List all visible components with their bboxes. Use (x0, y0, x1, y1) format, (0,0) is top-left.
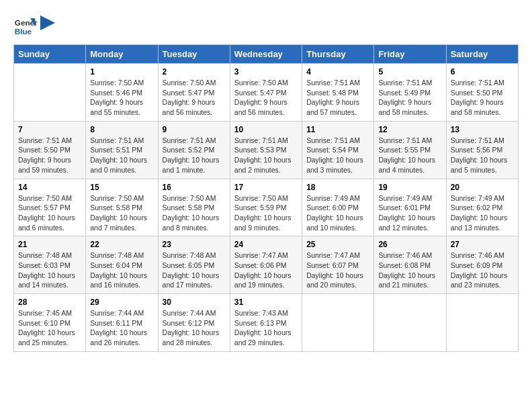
day-info: Sunrise: 7:50 AMSunset: 5:58 PMDaylight:… (90, 193, 153, 233)
header-saturday: Saturday (446, 45, 518, 64)
calendar-week-4: 21Sunrise: 7:48 AMSunset: 6:03 PMDayligh… (14, 236, 519, 294)
day-info: Sunrise: 7:51 AMSunset: 5:53 PMDaylight:… (234, 136, 298, 175)
day-number: 9 (163, 125, 226, 134)
calendar-cell: 21Sunrise: 7:48 AMSunset: 6:03 PMDayligh… (14, 236, 86, 294)
calendar-body: 1Sunrise: 7:50 AMSunset: 5:46 PMDaylight… (14, 64, 519, 352)
calendar-cell: 12Sunrise: 7:51 AMSunset: 5:55 PMDayligh… (374, 121, 446, 179)
day-info: Sunrise: 7:45 AMSunset: 6:10 PMDaylight:… (18, 308, 81, 348)
calendar-cell: 31Sunrise: 7:43 AMSunset: 6:13 PMDayligh… (230, 294, 302, 352)
day-info: Sunrise: 7:48 AMSunset: 6:04 PMDaylight:… (90, 250, 153, 290)
day-info: Sunrise: 7:50 AMSunset: 5:47 PMDaylight:… (234, 78, 298, 118)
day-number: 27 (451, 240, 514, 249)
calendar-cell: 3Sunrise: 7:50 AMSunset: 5:47 PMDaylight… (230, 64, 302, 122)
day-info: Sunrise: 7:49 AMSunset: 6:00 PMDaylight:… (306, 193, 369, 233)
day-number: 28 (18, 298, 81, 307)
calendar-cell: 1Sunrise: 7:50 AMSunset: 5:46 PMDaylight… (86, 64, 158, 122)
header-sunday: Sunday (14, 45, 86, 64)
header-friday: Friday (374, 45, 446, 64)
day-number: 25 (306, 240, 369, 249)
calendar-cell: 20Sunrise: 7:49 AMSunset: 6:02 PMDayligh… (446, 179, 518, 236)
day-number: 31 (234, 298, 298, 307)
day-info: Sunrise: 7:46 AMSunset: 6:08 PMDaylight:… (378, 250, 441, 290)
calendar-cell: 15Sunrise: 7:50 AMSunset: 5:58 PMDayligh… (86, 179, 158, 236)
day-number: 10 (234, 125, 298, 134)
calendar-cell: 22Sunrise: 7:48 AMSunset: 6:04 PMDayligh… (86, 236, 158, 294)
day-number: 17 (234, 183, 298, 192)
day-number: 11 (306, 125, 369, 134)
day-info: Sunrise: 7:51 AMSunset: 5:49 PMDaylight:… (378, 78, 441, 118)
calendar-cell (374, 294, 446, 352)
day-number: 30 (163, 298, 226, 307)
calendar-cell: 14Sunrise: 7:50 AMSunset: 5:57 PMDayligh… (14, 179, 86, 236)
calendar-cell: 18Sunrise: 7:49 AMSunset: 6:00 PMDayligh… (302, 179, 374, 236)
calendar-cell: 30Sunrise: 7:44 AMSunset: 6:12 PMDayligh… (158, 294, 230, 352)
day-info: Sunrise: 7:46 AMSunset: 6:09 PMDaylight:… (451, 250, 514, 290)
logo-icon: General Blue (13, 13, 38, 38)
day-number: 19 (378, 183, 441, 192)
day-number: 7 (18, 125, 81, 134)
logo-arrow-icon (40, 15, 55, 30)
day-info: Sunrise: 7:49 AMSunset: 6:02 PMDaylight:… (451, 193, 514, 233)
day-number: 8 (90, 125, 153, 134)
calendar-cell: 7Sunrise: 7:51 AMSunset: 5:50 PMDaylight… (14, 121, 86, 179)
calendar-cell: 16Sunrise: 7:50 AMSunset: 5:58 PMDayligh… (158, 179, 230, 236)
calendar-cell: 11Sunrise: 7:51 AMSunset: 5:54 PMDayligh… (302, 121, 374, 179)
calendar-cell: 2Sunrise: 7:50 AMSunset: 5:47 PMDaylight… (158, 64, 230, 122)
day-info: Sunrise: 7:51 AMSunset: 5:55 PMDaylight:… (378, 136, 441, 175)
calendar-cell: 10Sunrise: 7:51 AMSunset: 5:53 PMDayligh… (230, 121, 302, 179)
day-info: Sunrise: 7:50 AMSunset: 5:47 PMDaylight:… (163, 78, 226, 118)
day-info: Sunrise: 7:44 AMSunset: 6:11 PMDaylight:… (90, 308, 153, 348)
day-number: 4 (306, 67, 369, 77)
day-info: Sunrise: 7:51 AMSunset: 5:48 PMDaylight:… (306, 78, 369, 118)
day-info: Sunrise: 7:51 AMSunset: 5:51 PMDaylight:… (90, 136, 153, 175)
calendar-cell: 17Sunrise: 7:50 AMSunset: 5:59 PMDayligh… (230, 179, 302, 236)
calendar-week-3: 14Sunrise: 7:50 AMSunset: 5:57 PMDayligh… (14, 179, 519, 236)
calendar-week-5: 28Sunrise: 7:45 AMSunset: 6:10 PMDayligh… (14, 294, 519, 352)
calendar-cell: 6Sunrise: 7:51 AMSunset: 5:50 PMDaylight… (446, 64, 518, 122)
day-number: 29 (90, 298, 153, 307)
day-number: 2 (163, 67, 226, 77)
day-info: Sunrise: 7:48 AMSunset: 6:05 PMDaylight:… (163, 250, 226, 290)
calendar-cell: 23Sunrise: 7:48 AMSunset: 6:05 PMDayligh… (158, 236, 230, 294)
day-info: Sunrise: 7:44 AMSunset: 6:12 PMDaylight:… (163, 308, 226, 348)
day-info: Sunrise: 7:50 AMSunset: 5:59 PMDaylight:… (234, 193, 298, 233)
calendar-cell: 5Sunrise: 7:51 AMSunset: 5:49 PMDaylight… (374, 64, 446, 122)
day-number: 23 (163, 240, 226, 249)
day-number: 21 (18, 240, 81, 249)
day-number: 22 (90, 240, 153, 249)
day-number: 5 (378, 67, 441, 77)
day-info: Sunrise: 7:43 AMSunset: 6:13 PMDaylight:… (234, 308, 298, 348)
svg-marker-3 (40, 15, 55, 30)
calendar-cell: 8Sunrise: 7:51 AMSunset: 5:51 PMDaylight… (86, 121, 158, 179)
day-number: 15 (90, 183, 153, 192)
calendar-cell: 19Sunrise: 7:49 AMSunset: 6:01 PMDayligh… (374, 179, 446, 236)
calendar-cell: 9Sunrise: 7:51 AMSunset: 5:52 PMDaylight… (158, 121, 230, 179)
day-info: Sunrise: 7:51 AMSunset: 5:50 PMDaylight:… (451, 78, 514, 118)
calendar-week-1: 1Sunrise: 7:50 AMSunset: 5:46 PMDaylight… (14, 64, 519, 122)
day-number: 14 (18, 183, 81, 192)
calendar-week-2: 7Sunrise: 7:51 AMSunset: 5:50 PMDaylight… (14, 121, 519, 179)
calendar-cell: 27Sunrise: 7:46 AMSunset: 6:09 PMDayligh… (446, 236, 518, 294)
calendar-cell: 13Sunrise: 7:51 AMSunset: 5:56 PMDayligh… (446, 121, 518, 179)
day-info: Sunrise: 7:51 AMSunset: 5:52 PMDaylight:… (163, 136, 226, 175)
day-number: 16 (163, 183, 226, 192)
day-number: 12 (378, 125, 441, 134)
day-info: Sunrise: 7:50 AMSunset: 5:57 PMDaylight:… (18, 193, 81, 233)
header-tuesday: Tuesday (158, 45, 230, 64)
day-number: 13 (451, 125, 514, 134)
day-info: Sunrise: 7:50 AMSunset: 5:46 PMDaylight:… (90, 78, 153, 118)
calendar-cell: 29Sunrise: 7:44 AMSunset: 6:11 PMDayligh… (86, 294, 158, 352)
calendar-cell: 4Sunrise: 7:51 AMSunset: 5:48 PMDaylight… (302, 64, 374, 122)
day-info: Sunrise: 7:51 AMSunset: 5:54 PMDaylight:… (306, 136, 369, 175)
day-info: Sunrise: 7:48 AMSunset: 6:03 PMDaylight:… (18, 250, 81, 290)
svg-text:Blue: Blue (15, 27, 32, 36)
day-info: Sunrise: 7:51 AMSunset: 5:50 PMDaylight:… (18, 136, 81, 175)
day-info: Sunrise: 7:50 AMSunset: 5:58 PMDaylight:… (163, 193, 226, 233)
calendar-table: SundayMondayTuesdayWednesdayThursdayFrid… (13, 44, 519, 352)
header-monday: Monday (86, 45, 158, 64)
day-number: 3 (234, 67, 298, 77)
calendar-cell: 25Sunrise: 7:47 AMSunset: 6:07 PMDayligh… (302, 236, 374, 294)
header-wednesday: Wednesday (230, 45, 302, 64)
day-info: Sunrise: 7:47 AMSunset: 6:07 PMDaylight:… (306, 250, 369, 290)
calendar-cell: 24Sunrise: 7:47 AMSunset: 6:06 PMDayligh… (230, 236, 302, 294)
